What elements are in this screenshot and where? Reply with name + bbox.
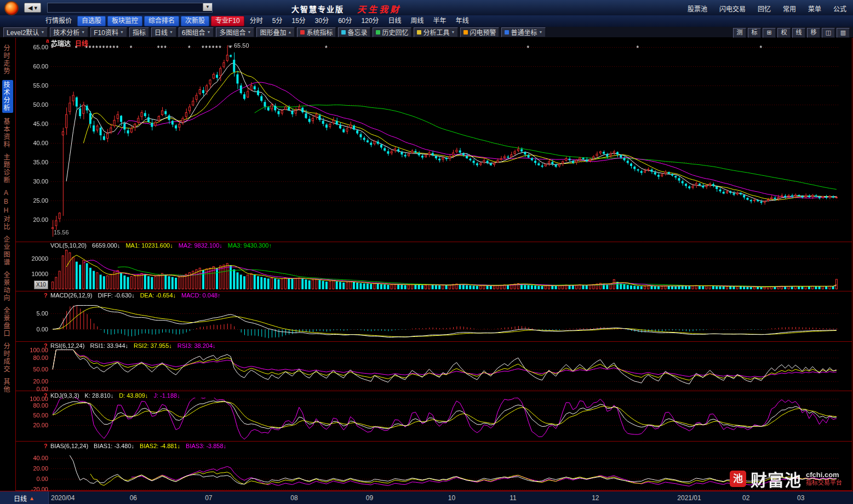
price-axis-tick: 20.00: [15, 216, 48, 223]
toolbar-button-2[interactable]: F10资料▼: [90, 27, 127, 37]
menu-item-15[interactable]: 年线: [452, 16, 473, 26]
sidebar-tab-9[interactable]: 其他: [2, 378, 13, 393]
toolbar-button-11[interactable]: 分析工具▼: [414, 27, 458, 37]
menu-item-4[interactable]: 次新股: [181, 16, 209, 26]
titlebar: ◀ ▾ ▼ 大智慧专业版 天生我财 股票池闪电交易回忆常用菜单公式: [0, 0, 853, 16]
kdj-d: D: 43.809↓: [119, 392, 148, 399]
app-logo-icon[interactable]: [4, 1, 19, 15]
sidebar-tab-8[interactable]: 分时成交: [2, 342, 13, 373]
toolbar-button-8[interactable]: 系统指标: [297, 27, 336, 37]
toolbar-right-button-4[interactable]: 线: [792, 28, 805, 38]
bias-axis-tick: 20.00: [15, 465, 48, 472]
memo-icon: [341, 30, 346, 35]
rsi-axis-tick: 100.00: [15, 347, 48, 353]
toolbar-right-button-5[interactable]: 移: [807, 28, 820, 38]
peak-price-label: 65.50: [234, 42, 249, 49]
period-selector-label: 日线: [14, 494, 27, 503]
sidebar-tab-6[interactable]: 全景动向: [2, 271, 13, 302]
titlebar-item-4[interactable]: 菜单: [808, 4, 821, 13]
sidebar-tab-4[interactable]: ABH对比: [2, 189, 13, 231]
menu-item-6[interactable]: 分时: [246, 16, 267, 26]
menu-item-7[interactable]: 5分: [268, 16, 287, 26]
toolbar-button-4[interactable]: 日线▼: [151, 27, 176, 37]
menu-item-8[interactable]: 15分: [288, 16, 309, 26]
macd-help-icon[interactable]: ?: [44, 292, 48, 299]
titlebar-item-1[interactable]: 闪电交易: [719, 4, 746, 13]
rsi-name: RSI(6,12,24): [50, 342, 84, 349]
titlebar-right-menu: 股票池闪电交易回忆常用菜单公式: [688, 4, 846, 13]
corner-marker: a: [46, 38, 49, 44]
sidebar-tab-0[interactable]: 分时走势: [2, 44, 13, 75]
menu-item-5[interactable]: 专业F10: [211, 16, 244, 26]
toolbar-button-label: 图形叠加: [260, 27, 286, 37]
toolbar-button-label: 6图组合: [182, 27, 205, 37]
period-selector[interactable]: 日线 ▲: [0, 491, 49, 504]
sidebar-tab-5[interactable]: 企业图谱: [2, 236, 13, 266]
toolbar-button-label: 普通坐标: [511, 27, 537, 37]
sidebar-tab-3[interactable]: 主题诊断: [2, 153, 13, 184]
bias-axis-tick: 0.00: [15, 476, 48, 482]
watermark-logo-icon: 池: [730, 471, 746, 487]
history-icon: [376, 30, 380, 35]
system-indicator-icon: [300, 30, 305, 35]
toolbar-button-3[interactable]: 指标: [129, 27, 149, 37]
triangle-up-icon: ▲: [29, 495, 35, 501]
sidebar: 分时走势技术分析基本资料主题诊断ABH对比企业图谱全景动向全景盘口分时成交其他: [0, 38, 15, 491]
stock-selector-dropdown[interactable]: ▼: [47, 3, 213, 13]
rsi-axis-tick: 0.00: [15, 386, 48, 392]
menu-item-13[interactable]: 周线: [407, 16, 428, 26]
toolbar-button-13[interactable]: 普通坐标▼: [501, 27, 546, 37]
toolbar-button-9[interactable]: 备忘录: [338, 27, 370, 37]
menu-item-11[interactable]: 120分: [358, 16, 383, 26]
toolbar-button-5[interactable]: 6图组合▼: [179, 27, 214, 37]
rsi-v2: RSI2: 37.955↓: [134, 342, 172, 349]
macd-axis-tick: 0.00: [15, 326, 48, 333]
menu-item-9[interactable]: 30分: [311, 16, 333, 26]
toolbar-button-1[interactable]: 技术分析▼: [50, 27, 88, 37]
toolbar-button-7[interactable]: 图形叠加▲: [256, 27, 295, 37]
toolbar-right-button-0[interactable]: 测: [733, 28, 746, 38]
chevron-down-icon: ▼: [207, 30, 211, 34]
sidebar-tab-7[interactable]: 全景盘口: [2, 307, 13, 337]
sidebar-tab-2[interactable]: 基本资料: [2, 118, 13, 148]
bias-help-icon[interactable]: ?: [44, 443, 48, 449]
price-axis-tick: 40.00: [15, 140, 48, 146]
menu-item-3[interactable]: 综合排名: [144, 16, 179, 26]
toolbar-button-10[interactable]: 历史回忆: [373, 27, 411, 37]
menu-item-0[interactable]: 行情报价: [42, 16, 76, 26]
toolbar-right-button-6[interactable]: ◫: [822, 28, 835, 38]
rsi-axis-tick: 80.00: [15, 354, 48, 361]
toolbar-right-button-1[interactable]: 标: [748, 28, 761, 38]
chart-canvas[interactable]: [0, 0, 853, 504]
price-axis-tick: 60.00: [15, 63, 48, 70]
vol-ma1: MA1: 10231.600↓: [125, 242, 173, 249]
titlebar-item-2[interactable]: 回忆: [758, 4, 771, 13]
titlebar-item-5[interactable]: 公式: [833, 4, 846, 13]
toolbar-button-6[interactable]: 多图组合▼: [216, 27, 254, 37]
toolbar: Level2默认▼技术分析▼F10资料▼指标日线▼6图组合▼多图组合▼图形叠加▲…: [0, 27, 853, 38]
chevron-down-icon: ▼: [81, 30, 85, 34]
toolbar-button-label: F10资料: [94, 27, 118, 37]
axis-icon: [505, 30, 509, 35]
bias-v2: BIAS2: -4.881↓: [140, 443, 180, 449]
menu-item-1[interactable]: 自选股: [77, 16, 106, 26]
bias-name: BIAS(6,12,24): [50, 443, 88, 449]
menu-item-12[interactable]: 日线: [385, 16, 405, 26]
toolbar-button-label: 备忘录: [347, 27, 367, 37]
toolbar-right-button-2[interactable]: ⊞: [763, 28, 776, 38]
menu-item-10[interactable]: 60分: [334, 16, 356, 26]
titlebar-item-0[interactable]: 股票池: [688, 4, 707, 13]
menu-item-14[interactable]: 半年: [430, 16, 450, 26]
date-label-1: 06: [130, 494, 137, 502]
nav-back-button[interactable]: ◀ ▾: [24, 3, 41, 13]
toolbar-right-button-7[interactable]: ▥: [837, 28, 850, 38]
sidebar-tab-1[interactable]: 技术分析: [2, 80, 13, 113]
menu-item-2[interactable]: 板块监控: [107, 16, 142, 26]
toolbar-button-0[interactable]: Level2默认▼: [3, 27, 48, 37]
chevron-down-icon[interactable]: ▼: [203, 3, 212, 11]
date-label-9: 02: [742, 494, 749, 502]
bias-axis-tick: 40.00: [15, 455, 48, 461]
titlebar-item-3[interactable]: 常用: [783, 4, 796, 13]
toolbar-button-12[interactable]: 闪电预警: [460, 27, 499, 37]
toolbar-right-button-3[interactable]: 权: [777, 28, 791, 38]
